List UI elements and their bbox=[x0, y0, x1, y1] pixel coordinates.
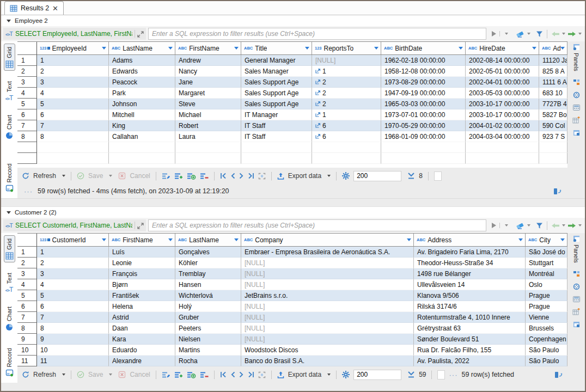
column-filter-icon[interactable] bbox=[234, 47, 239, 50]
refresh-button[interactable]: Refresh bbox=[33, 371, 56, 378]
last-row-icon[interactable] bbox=[248, 371, 254, 378]
next-row-icon[interactable] bbox=[239, 371, 244, 378]
cell[interactable]: 11 bbox=[37, 356, 109, 366]
column-header-employeeid[interactable]: 123EmployeeId bbox=[37, 42, 109, 54]
close-icon[interactable]: ✕ bbox=[52, 5, 58, 12]
cell[interactable]: 683 10 bbox=[539, 88, 567, 99]
calculator-panel-icon[interactable] bbox=[573, 105, 580, 111]
cell[interactable]: Copenhagen bbox=[526, 334, 567, 345]
grid-corner[interactable] bbox=[17, 234, 37, 247]
cell[interactable]: 1 bbox=[37, 247, 109, 258]
cell[interactable]: 590 Col bbox=[539, 120, 567, 131]
delete-row-icon[interactable] bbox=[200, 371, 209, 378]
row-number[interactable]: 1 bbox=[17, 247, 37, 258]
cell[interactable]: 2004-01-02 00:00:00 bbox=[466, 120, 539, 131]
cell[interactable]: 7 bbox=[37, 312, 109, 323]
add-row-icon[interactable] bbox=[174, 371, 183, 378]
cell[interactable]: [NULL] bbox=[241, 323, 414, 334]
filters-menu-icon[interactable] bbox=[536, 30, 543, 38]
history-forward-icon[interactable] bbox=[567, 31, 582, 37]
cell[interactable]: Av. Brigadeiro Faria Lima, 2170 bbox=[414, 247, 526, 258]
cell[interactable]: Klanova 9/506 bbox=[414, 290, 526, 301]
column-header-customerid[interactable]: 123CustomerId bbox=[37, 234, 109, 246]
column-filter-icon[interactable] bbox=[102, 238, 106, 241]
save-button[interactable]: Save bbox=[88, 371, 103, 378]
cell[interactable]: François bbox=[109, 268, 175, 279]
filters-menu-icon[interactable] bbox=[536, 222, 543, 229]
cell[interactable]: [NULL] bbox=[241, 334, 414, 345]
cell[interactable]: Rocha bbox=[175, 356, 241, 366]
cell[interactable]: Johnson bbox=[109, 99, 175, 109]
cell[interactable]: 6 bbox=[312, 120, 381, 131]
row-number[interactable]: 1 bbox=[17, 55, 37, 66]
cell[interactable]: Bjørn bbox=[109, 279, 175, 290]
row-number[interactable]: 5 bbox=[17, 99, 37, 109]
cell[interactable]: Tremblay bbox=[175, 268, 241, 279]
cell[interactable]: São José do bbox=[526, 247, 567, 258]
cell[interactable]: 2003-05-03 00:00:00 bbox=[466, 88, 539, 99]
first-row-icon[interactable] bbox=[220, 173, 227, 179]
cell[interactable]: 1498 rue Bélanger bbox=[414, 268, 526, 279]
side-tab-grid[interactable]: Grid bbox=[4, 44, 15, 71]
cell[interactable]: 2 bbox=[312, 88, 381, 99]
cell[interactable]: 5 bbox=[37, 290, 109, 301]
cell[interactable]: Sales Support Age bbox=[241, 99, 312, 109]
row-number[interactable]: 9 bbox=[17, 334, 37, 345]
cell[interactable]: Brussels bbox=[526, 323, 567, 334]
cell[interactable]: 7 bbox=[37, 120, 109, 131]
sql-query-chip[interactable]: <>TSELECT EmployeeId, LastName, FirstNa bbox=[3, 28, 146, 40]
column-header-company[interactable]: ABCCompany bbox=[241, 234, 414, 246]
cell[interactable]: 4 bbox=[37, 279, 109, 290]
column-filter-icon[interactable] bbox=[234, 238, 239, 241]
cell[interactable]: 1970-05-29 00:00:00 bbox=[381, 120, 466, 131]
collapse-icon[interactable] bbox=[7, 20, 11, 22]
cell[interactable]: Callahan bbox=[109, 131, 175, 142]
row-number[interactable]: 10 bbox=[17, 345, 37, 356]
cell[interactable]: Oslo bbox=[526, 279, 567, 290]
side-tab-record[interactable]: Record bbox=[4, 160, 15, 195]
column-header-firstname[interactable]: ABCFirstName bbox=[109, 234, 175, 246]
column-header-reportsto[interactable]: 123ReportsTo bbox=[312, 42, 381, 54]
fetch-size-input[interactable] bbox=[353, 171, 401, 181]
column-filter-icon[interactable] bbox=[305, 47, 309, 50]
side-tab-chart[interactable]: Chart bbox=[4, 112, 15, 142]
cell[interactable]: Grétrystraat 63 bbox=[414, 323, 526, 334]
cell[interactable]: 7727B 4 bbox=[539, 99, 567, 109]
cell[interactable]: Sales Manager bbox=[241, 66, 312, 77]
cell[interactable]: 1965-03-03 00:00:00 bbox=[381, 99, 466, 109]
history-back-icon[interactable] bbox=[551, 223, 565, 229]
metadata-panel-icon[interactable] bbox=[572, 308, 580, 315]
delete-row-icon[interactable] bbox=[200, 173, 209, 180]
refresh-button[interactable]: Refresh bbox=[33, 172, 56, 180]
cell[interactable]: 4 bbox=[37, 88, 109, 99]
tab-results-2[interactable]: Results 2 ✕ bbox=[4, 1, 64, 15]
apply-filter-icon[interactable] bbox=[492, 223, 496, 228]
cell[interactable]: [NULL] bbox=[241, 301, 414, 312]
last-row-icon[interactable] bbox=[248, 173, 254, 179]
export-data-button[interactable]: Export data bbox=[288, 172, 321, 180]
cell[interactable]: 10 bbox=[37, 345, 109, 356]
cell[interactable]: [NULL] bbox=[241, 312, 414, 323]
column-header-city[interactable]: ABCCity bbox=[526, 234, 567, 246]
export-data-icon[interactable] bbox=[277, 173, 284, 180]
cell[interactable]: Theodor-Heuss-Straße 34 bbox=[414, 258, 526, 268]
fetch-all-rows-icon[interactable] bbox=[407, 371, 415, 378]
row-number[interactable]: 7 bbox=[17, 120, 37, 131]
references-panel-icon[interactable] bbox=[573, 283, 580, 290]
cell[interactable]: Helena bbox=[109, 301, 175, 312]
cell[interactable]: 5827 Bo bbox=[539, 109, 567, 120]
cell[interactable]: 2 bbox=[37, 258, 109, 268]
cell[interactable]: 2003-10-17 00:00:00 bbox=[466, 109, 539, 120]
duplicate-row-icon[interactable] bbox=[187, 371, 196, 378]
column-filter-icon[interactable] bbox=[518, 238, 523, 241]
cell[interactable]: 1 bbox=[312, 109, 381, 120]
foreign-key-link-icon[interactable] bbox=[315, 69, 321, 74]
column-filter-icon[interactable] bbox=[168, 47, 173, 50]
cell[interactable]: 2002-04-01 00:00:00 bbox=[466, 77, 539, 88]
grouping-panel-icon[interactable] bbox=[573, 79, 580, 85]
cell[interactable]: General Manager bbox=[241, 55, 312, 66]
cell[interactable]: [NULL] bbox=[312, 55, 381, 66]
foreign-key-link-icon[interactable] bbox=[315, 79, 321, 84]
cell[interactable]: Wichterlová bbox=[175, 290, 241, 301]
cell[interactable]: Leonie bbox=[109, 258, 175, 268]
